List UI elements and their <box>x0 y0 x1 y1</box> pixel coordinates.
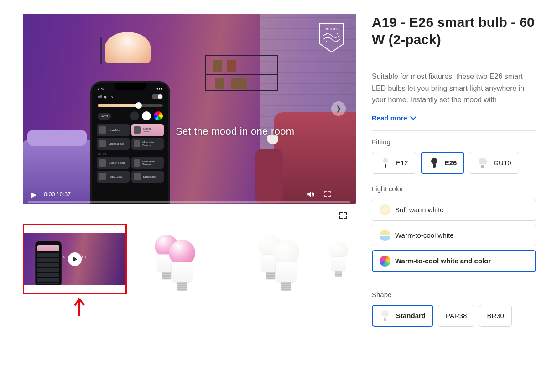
shape-options: Standard PAR38 BR30 <box>372 305 536 327</box>
svg-point-1 <box>326 33 327 34</box>
swatch-rgb-icon <box>380 256 390 267</box>
fitting-option-e26[interactable]: E26 <box>421 152 465 174</box>
video-tagline: Set the mood in one room <box>176 125 294 137</box>
shape-label: Shape <box>372 291 536 298</box>
svg-point-4 <box>337 41 338 42</box>
bulb-e12-icon <box>380 157 391 169</box>
chevron-down-icon <box>410 114 416 120</box>
video-controls: ▶ 0:00 / 0:37 ⋮ <box>23 185 356 204</box>
volume-icon[interactable] <box>307 190 315 199</box>
light-color-label: Light color <box>372 185 536 193</box>
light-color-option-color[interactable]: Warm-to-cool white and color <box>372 250 536 272</box>
product-title: A19 - E26 smart bulb - 60 W (2-pack) <box>372 14 536 48</box>
gallery-thumbnails: d in one room <box>23 224 356 294</box>
shape-option-par38[interactable]: PAR38 <box>438 305 474 327</box>
fitting-label: Fitting <box>372 138 536 146</box>
thumbnail-white-bulbs[interactable] <box>230 224 334 294</box>
bulb-e26-icon <box>428 157 440 169</box>
thumbnail-video[interactable]: d in one room <box>23 224 127 294</box>
shape-standard-icon <box>380 310 391 322</box>
swatch-soft-icon <box>380 204 390 215</box>
fullscreen-icon[interactable] <box>324 190 331 199</box>
play-icon[interactable]: ▶ <box>31 190 36 199</box>
play-icon <box>68 252 82 266</box>
philips-badge-icon: PHILIPS <box>319 23 344 53</box>
fitting-options: E12 E26 GU10 <box>372 152 536 174</box>
phone-time: 9:41 <box>98 87 105 91</box>
read-more-link[interactable]: Read more <box>372 114 536 122</box>
svg-point-2 <box>337 33 338 34</box>
product-description: Suitable for most fixtures, these two E2… <box>372 71 536 106</box>
phone-add: Add <box>98 113 111 120</box>
phone-header: All lights <box>98 94 113 99</box>
annotation-arrow-icon <box>72 298 356 320</box>
svg-point-3 <box>326 41 327 42</box>
light-color-option-soft[interactable]: Soft warm white <box>372 199 536 221</box>
more-icon[interactable]: ⋮ <box>340 190 348 199</box>
video-progress[interactable] <box>28 201 350 203</box>
svg-text:PHILIPS: PHILIPS <box>324 27 339 31</box>
bulb-gu10-icon <box>477 157 489 169</box>
light-color-options: Soft warm white Warm-to-cool white Warm-… <box>372 199 536 272</box>
video-scene: 9:41●●● All lights Add Lake Mist Spring … <box>23 14 356 204</box>
light-color-option-warmcool[interactable]: Warm-to-cool white <box>372 225 536 246</box>
product-video-player[interactable]: 9:41●●● All lights Add Lake Mist Spring … <box>23 14 356 204</box>
fitting-option-gu10[interactable]: GU10 <box>469 152 519 174</box>
video-time: 0:00 / 0:37 <box>44 191 71 198</box>
swatch-warmcool-icon <box>380 230 390 241</box>
gallery-fullscreen-icon[interactable] <box>339 212 347 219</box>
thumbnail-spec[interactable] <box>334 224 356 294</box>
shape-option-standard[interactable]: Standard <box>372 305 433 327</box>
shape-option-br30[interactable]: BR30 <box>479 305 512 327</box>
fitting-option-e12[interactable]: E12 <box>372 152 416 174</box>
thumbnail-pink-bulbs[interactable] <box>127 224 230 294</box>
video-next-button[interactable]: ❯ <box>331 101 346 116</box>
